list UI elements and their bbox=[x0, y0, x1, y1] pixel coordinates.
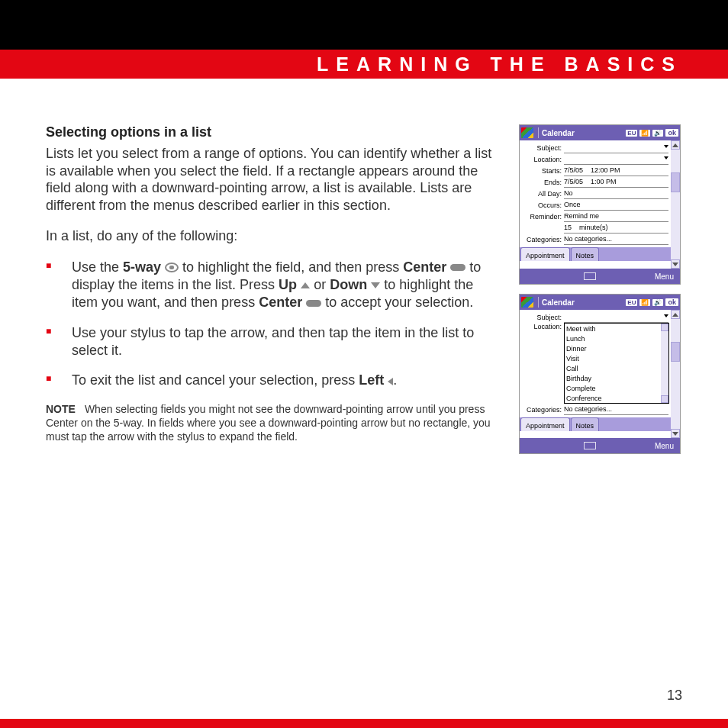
list-item[interactable]: Call bbox=[565, 363, 668, 373]
scroll-up-button[interactable] bbox=[671, 140, 680, 150]
label-subject: Subject: bbox=[520, 144, 564, 152]
bullet-2: Use your stylus to tap the arrow, and th… bbox=[72, 324, 501, 360]
titlebar: Calendar EU📶🔊 ok bbox=[520, 295, 680, 310]
label-ends: Ends: bbox=[520, 179, 564, 186]
tab-appointment[interactable]: Appointment bbox=[520, 247, 570, 261]
label-location: Location: bbox=[520, 156, 564, 163]
speaker-icon: 🔊 bbox=[652, 130, 663, 137]
field-reminder[interactable]: Remind me bbox=[564, 211, 668, 222]
scroll-thumb[interactable] bbox=[671, 342, 680, 362]
down-arrow-icon bbox=[371, 282, 380, 288]
list-item[interactable]: Complete bbox=[565, 383, 668, 393]
list-item[interactable]: Dinner bbox=[565, 343, 668, 353]
up-arrow-icon bbox=[301, 282, 310, 288]
label-allday: All Day: bbox=[520, 190, 564, 198]
speaker-icon: 🔊 bbox=[652, 299, 663, 306]
ok-button[interactable]: ok bbox=[665, 298, 678, 306]
label-subject: Subject: bbox=[520, 314, 564, 321]
label-location: Location: bbox=[520, 323, 564, 330]
list-item[interactable]: Lunch bbox=[565, 333, 668, 343]
bullet-3: To exit the list and cancel your selecti… bbox=[72, 372, 501, 389]
ok-button[interactable]: ok bbox=[665, 129, 678, 137]
section-heading: Selecting options in a list bbox=[46, 124, 501, 140]
field-occurs[interactable]: Once bbox=[564, 200, 668, 211]
header-black-bar bbox=[0, 0, 728, 50]
signal-icon: 📶 bbox=[639, 130, 650, 137]
list-item[interactable]: Conference bbox=[565, 393, 668, 403]
field-subject[interactable] bbox=[564, 143, 668, 153]
scroll-down-button[interactable] bbox=[661, 395, 668, 403]
signal-icon: 📶 bbox=[639, 299, 650, 306]
scrollbar[interactable] bbox=[671, 310, 680, 438]
tab-notes[interactable]: Notes bbox=[571, 417, 600, 431]
header-red-bar: LEARNING THE BASICS bbox=[0, 50, 728, 79]
field-location[interactable] bbox=[564, 154, 668, 165]
label-categories: Categories: bbox=[520, 236, 564, 243]
windows-logo-icon[interactable] bbox=[521, 127, 533, 138]
paragraph-1: Lists let you select from a range of opt… bbox=[46, 145, 501, 214]
status-badge: EU bbox=[626, 299, 637, 306]
dropdown-list[interactable]: Meet with Lunch Dinner Visit Call Birthd… bbox=[564, 323, 669, 404]
dropdown-arrow-icon[interactable] bbox=[664, 145, 668, 148]
list-item[interactable]: Visit bbox=[565, 353, 668, 363]
dropdown-arrow-icon[interactable] bbox=[664, 314, 668, 317]
bullet-1: Use the 5-way to highlight the field, an… bbox=[72, 259, 501, 312]
keyboard-icon[interactable] bbox=[584, 272, 596, 280]
five-way-icon bbox=[165, 263, 179, 272]
field-categories[interactable]: No categories... bbox=[564, 234, 668, 245]
screenshot-calendar-collapsed: Calendar EU📶🔊 ok Subject: Location: Star… bbox=[519, 124, 681, 285]
center-button-icon bbox=[450, 264, 465, 271]
windows-logo-icon[interactable] bbox=[521, 297, 533, 308]
bottom-bar: Menu bbox=[520, 438, 680, 453]
note-block: NOTEWhen selecting fields you might not … bbox=[46, 402, 501, 444]
field-subject[interactable] bbox=[564, 312, 668, 323]
field-allday[interactable]: No bbox=[564, 188, 668, 199]
screenshot-calendar-expanded: Calendar EU📶🔊 ok Subject: Location: Meet… bbox=[519, 294, 681, 454]
dropdown-scrollbar[interactable] bbox=[661, 324, 668, 403]
titlebar: Calendar EU📶🔊 ok bbox=[520, 125, 680, 140]
field-starts[interactable]: 7/5/0512:00 PM bbox=[564, 166, 668, 176]
bottom-bar: Menu bbox=[520, 269, 680, 284]
label-occurs: Occurs: bbox=[520, 201, 564, 209]
scroll-up-button[interactable] bbox=[661, 324, 668, 331]
center-button-icon bbox=[306, 300, 321, 307]
field-reminder-value[interactable]: 15minute(s) bbox=[564, 223, 668, 234]
list-item[interactable]: Meet with bbox=[565, 324, 668, 333]
tab-notes[interactable]: Notes bbox=[571, 247, 600, 261]
footer-red-bar bbox=[0, 719, 728, 728]
page-number: 13 bbox=[0, 688, 728, 719]
app-title: Calendar bbox=[542, 129, 626, 137]
scroll-thumb[interactable] bbox=[671, 172, 680, 192]
note-label: NOTE bbox=[46, 403, 76, 415]
tab-appointment[interactable]: Appointment bbox=[520, 417, 570, 431]
field-ends[interactable]: 7/5/051:00 PM bbox=[564, 177, 668, 188]
text-column: Selecting options in a list Lists let yo… bbox=[46, 124, 501, 672]
scroll-down-button[interactable] bbox=[671, 429, 680, 438]
label-categories: Categories: bbox=[520, 406, 564, 414]
paragraph-2: In a list, do any of the following: bbox=[46, 227, 501, 245]
keyboard-icon[interactable] bbox=[584, 442, 596, 449]
menu-softkey[interactable]: Menu bbox=[655, 442, 674, 450]
note-text: When selecting fields you might not see … bbox=[46, 403, 491, 443]
field-categories[interactable]: No categories... bbox=[564, 404, 668, 415]
label-starts: Starts: bbox=[520, 167, 564, 175]
status-badge: EU bbox=[626, 130, 637, 137]
app-title: Calendar bbox=[542, 298, 626, 307]
scroll-up-button[interactable] bbox=[671, 310, 680, 319]
list-item[interactable]: Birthday bbox=[565, 373, 668, 383]
scrollbar[interactable] bbox=[671, 140, 680, 269]
scroll-down-button[interactable] bbox=[671, 259, 680, 269]
dropdown-arrow-icon[interactable] bbox=[664, 156, 668, 159]
label-reminder: Reminder: bbox=[520, 213, 564, 221]
chapter-title: LEARNING THE BASICS bbox=[317, 53, 682, 76]
menu-softkey[interactable]: Menu bbox=[655, 272, 674, 281]
